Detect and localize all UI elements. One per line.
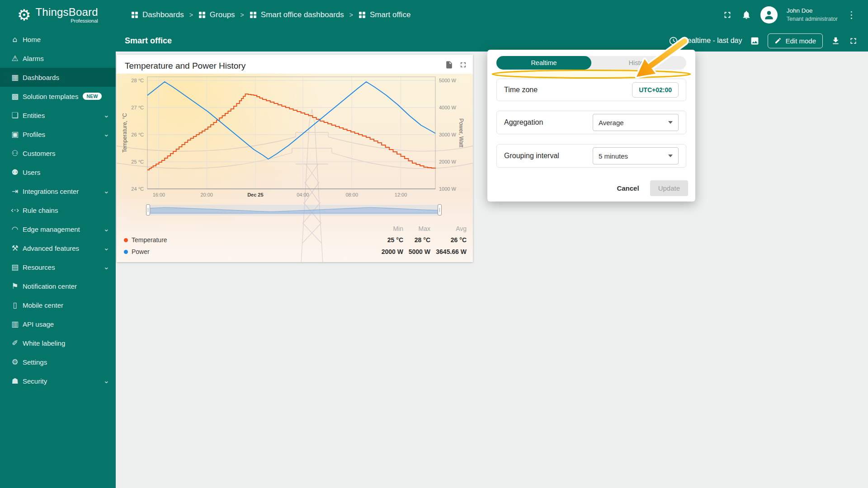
- app-name: ThingsBoard: [35, 6, 98, 18]
- dropdown-caret-icon: [668, 121, 673, 124]
- breadcrumb-separator: >: [349, 11, 353, 19]
- dashboard-grid-icon: [250, 11, 257, 19]
- svg-text:16:00: 16:00: [153, 192, 165, 197]
- aggregation-field: Aggregation Average: [496, 111, 686, 134]
- dashboard-grid-icon: [359, 11, 366, 19]
- cancel-button[interactable]: Cancel: [614, 181, 642, 196]
- more-menu-icon[interactable]: ⋮: [847, 9, 856, 20]
- sidebar-item-alarms[interactable]: ⚠ Alarms: [0, 49, 116, 68]
- power-min: 2000 W: [372, 247, 403, 257]
- thingsboard-logo[interactable]: ⚙ ThingsBoard Professional: [0, 6, 108, 23]
- svg-text:3000 W: 3000 W: [439, 132, 457, 137]
- sidebar-item-users[interactable]: ⚉ Users: [0, 163, 116, 182]
- legend-item-temperature[interactable]: Temperature: [124, 235, 167, 245]
- breadcrumb-item-groups[interactable]: Groups: [198, 10, 235, 19]
- temperature-dot-icon: [124, 238, 128, 242]
- user-info[interactable]: John Doe Tenant administrator: [787, 7, 838, 23]
- solution-templates-icon: ▩: [9, 92, 21, 101]
- aggregation-select[interactable]: Average: [593, 114, 679, 131]
- sidebar-nav: ⌂ Home ⚠ Alarms ▦ Dashboards ▩ Solution …: [0, 30, 116, 488]
- dashboards-icon: ▦: [9, 73, 21, 82]
- dashboard-grid-icon: [131, 11, 138, 19]
- power-avg: 3645.66 W: [432, 247, 467, 257]
- sidebar-item-notification-center[interactable]: ⚑ Notification center: [0, 277, 116, 296]
- timezone-value-button[interactable]: UTC+02:00: [632, 82, 679, 98]
- breadcrumb-separator: >: [241, 11, 244, 19]
- grouping-interval-select[interactable]: 5 minutes: [593, 147, 679, 164]
- svg-text:27 °C: 27 °C: [131, 105, 144, 110]
- aggregation-label: Aggregation: [504, 118, 543, 127]
- fullscreen-expand-icon[interactable]: [849, 36, 858, 46]
- security-shield-icon: ☗: [9, 376, 21, 385]
- mobile-phone-icon: ▯: [9, 300, 21, 310]
- sidebar-item-profiles[interactable]: ▣ Profiles ⌄: [0, 125, 116, 144]
- svg-text:5000 W: 5000 W: [439, 78, 457, 83]
- timewindow-button[interactable]: Realtime - last day: [669, 36, 742, 46]
- timeline-range-slider[interactable]: [148, 204, 439, 216]
- slider-preview-svg: [148, 204, 439, 216]
- legend-col-min: Min: [372, 224, 403, 234]
- sidebar-item-white-labeling[interactable]: ✐ White labeling: [0, 333, 116, 352]
- fullscreen-icon[interactable]: [722, 10, 732, 20]
- tab-realtime[interactable]: Realtime: [496, 56, 591, 70]
- slider-handle-right[interactable]: [438, 204, 442, 216]
- resources-folder-icon: ▤: [9, 263, 21, 272]
- svg-text:24 °C: 24 °C: [131, 186, 144, 192]
- dashboard-grid-icon: [198, 11, 206, 19]
- update-button[interactable]: Update: [650, 180, 688, 196]
- breadcrumb-item-dashboards[interactable]: Dashboards: [131, 10, 184, 19]
- sidebar-item-advanced-features[interactable]: ⚒ Advanced features ⌄: [0, 239, 116, 258]
- export-file-icon[interactable]: [445, 61, 453, 69]
- breadcrumb-separator: >: [189, 11, 193, 19]
- edit-mode-button[interactable]: Edit mode: [768, 33, 823, 48]
- sidebar-item-settings[interactable]: ⚙ Settings: [0, 352, 116, 371]
- user-avatar[interactable]: [760, 6, 778, 23]
- sidebar-item-mobile-center[interactable]: ▯ Mobile center: [0, 296, 116, 314]
- sidebar-item-security[interactable]: ☗ Security ⌄: [0, 371, 116, 390]
- grouping-interval-field: Grouping interval 5 minutes: [496, 144, 686, 168]
- edge-management-icon: ◠: [9, 225, 21, 234]
- entities-icon: ❏: [9, 111, 21, 120]
- screenshot-image-icon[interactable]: [750, 36, 760, 46]
- sidebar-item-integrations-center[interactable]: ⇥ Integrations center ⌄: [0, 182, 116, 201]
- legend-header-row: Min Max Avg: [117, 224, 473, 234]
- legend-item-power[interactable]: Power: [124, 247, 150, 257]
- users-icon: ⚉: [9, 168, 21, 177]
- sidebar-item-dashboards[interactable]: ▦ Dashboards: [0, 68, 116, 87]
- download-icon[interactable]: [831, 36, 840, 46]
- sidebar-item-home[interactable]: ⌂ Home: [0, 30, 116, 49]
- svg-text:26 °C: 26 °C: [131, 132, 144, 137]
- tab-history[interactable]: History: [591, 56, 686, 70]
- svg-text:12:00: 12:00: [395, 192, 407, 197]
- notification-flag-icon: ⚑: [9, 282, 21, 291]
- temperature-max: 28 °C: [405, 235, 430, 245]
- person-icon: [763, 9, 775, 21]
- slider-baseline: [148, 213, 439, 214]
- sidebar-item-edge-management[interactable]: ◠ Edge management ⌄: [0, 220, 116, 239]
- breadcrumb-item-smart-office-dashboards[interactable]: Smart office dashboards: [250, 10, 344, 19]
- timewindow-dialog: Realtime History Time zone UTC+02:00 Agg…: [487, 50, 695, 202]
- timewindow-label: Realtime - last day: [682, 37, 742, 45]
- breadcrumb: Dashboards > Groups > Smart office dashb…: [131, 10, 410, 19]
- timezone-field: Time zone UTC+02:00: [496, 79, 686, 101]
- notifications-bell-icon[interactable]: [741, 10, 751, 20]
- power-dot-icon: [124, 250, 128, 254]
- svg-text:20:00: 20:00: [200, 192, 213, 197]
- sidebar-item-customers[interactable]: ⚇ Customers: [0, 144, 116, 163]
- temperature-avg: 26 °C: [432, 235, 467, 245]
- breadcrumb-label: Dashboards: [142, 10, 184, 19]
- sidebar-item-entities[interactable]: ❏ Entities ⌄: [0, 106, 116, 125]
- sidebar-item-api-usage[interactable]: ▥ API usage: [0, 314, 116, 333]
- sidebar-item-solution-templates[interactable]: ▩ Solution templates NEW: [0, 87, 116, 106]
- widget-title: Temperature and Power History: [125, 61, 245, 71]
- temperature-power-widget: Temperature and Power History 28 °C5000: [117, 55, 473, 262]
- svg-text:25 °C: 25 °C: [131, 159, 144, 164]
- slider-handle-left[interactable]: [146, 204, 150, 216]
- sidebar-item-rule-chains[interactable]: ‹·› Rule chains: [0, 201, 116, 220]
- widget-fullscreen-icon[interactable]: [459, 61, 467, 69]
- breadcrumb-item-smart-office[interactable]: Smart office: [359, 10, 410, 19]
- clock-icon: [669, 36, 678, 46]
- svg-text:Temperature, °C: Temperature, °C: [122, 113, 128, 153]
- sidebar-item-resources[interactable]: ▤ Resources ⌄: [0, 258, 116, 277]
- legend-row-power: Power 2000 W 5000 W 3645.66 W: [117, 247, 473, 257]
